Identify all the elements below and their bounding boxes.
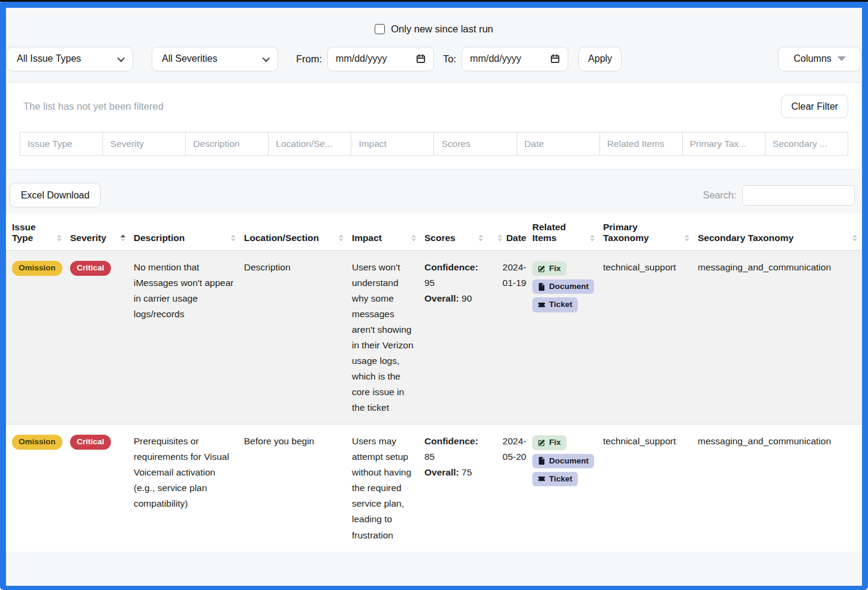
columns-button-label: Columns	[794, 53, 831, 64]
secondary-taxonomy-cell: messaging_and_communication	[694, 425, 862, 552]
ticket-icon	[538, 475, 545, 483]
primary-taxonomy-cell: technical_support	[599, 425, 694, 552]
document-chip[interactable]: Document	[532, 454, 594, 468]
only-new-checkbox-label: Only new since last run	[391, 23, 493, 35]
impact-cell: Users won't understand why some messages…	[348, 251, 421, 425]
sort-ascending-icon	[120, 234, 125, 243]
overall-score: 90	[462, 293, 472, 303]
table-toolbar: Excel Download Search:	[6, 183, 862, 207]
pencil-square-icon	[538, 439, 545, 447]
column-header-impact[interactable]: Impact	[348, 213, 421, 251]
file-icon	[538, 457, 545, 465]
secondary-taxonomy-cell: messaging_and_communication	[694, 251, 862, 425]
search-label: Search:	[703, 190, 736, 201]
to-date-input[interactable]: mm/dd/yyyy	[462, 47, 568, 71]
severity-select-value: All Severities	[162, 53, 217, 64]
to-date-label: To:	[443, 53, 456, 65]
filter-panel-header: The list has not yet been filtered Clear…	[20, 95, 848, 118]
apply-button[interactable]: Apply	[578, 47, 622, 71]
filter-field-issue-type[interactable]: Issue Type	[20, 132, 103, 156]
sort-icon	[590, 234, 595, 243]
chevron-down-icon	[263, 54, 270, 62]
clear-filter-button[interactable]: Clear Filter	[781, 95, 848, 118]
to-date-placeholder: mm/dd/yyyy	[470, 53, 521, 64]
file-icon	[538, 283, 545, 291]
issue-type-badge: Omission	[12, 261, 62, 276]
severity-badge: Critical	[70, 261, 111, 276]
only-new-checkbox[interactable]	[375, 24, 385, 34]
primary-taxonomy-cell: technical_support	[599, 251, 694, 425]
filter-controls-row: All Issue Types All Severities From: mm/…	[6, 46, 862, 71]
ticket-chip[interactable]: Ticket	[532, 472, 578, 486]
search-area: Search:	[703, 185, 855, 206]
filter-field-impact[interactable]: Impact	[351, 132, 434, 156]
issue-type-select[interactable]: All Issue Types	[7, 47, 133, 71]
sort-icon	[852, 234, 857, 243]
filter-field-date[interactable]: Date	[517, 132, 600, 156]
filter-field-related-items[interactable]: Related Items	[599, 132, 683, 156]
column-header-related-items[interactable]: Related Items	[529, 213, 599, 251]
excel-download-button[interactable]: Excel Download	[10, 183, 101, 207]
search-input[interactable]	[742, 185, 855, 206]
severity-badge: Critical	[70, 435, 111, 450]
filter-field-location[interactable]: Location/Se...	[268, 132, 351, 156]
column-header-description[interactable]: Description	[130, 213, 240, 251]
filter-field-description[interactable]: Description	[185, 132, 269, 156]
issue-type-badge: Omission	[12, 435, 62, 450]
page-content: Only new since last run All Issue Types …	[6, 8, 862, 586]
fix-chip[interactable]: Fix	[532, 261, 566, 276]
sort-icon	[411, 234, 416, 243]
column-header-date[interactable]: Date	[488, 213, 529, 251]
sort-icon	[231, 234, 236, 243]
new-since-last-run-row: Only new since last run	[6, 8, 862, 37]
column-header-issue-type[interactable]: Issue Type	[6, 213, 67, 251]
filter-field-secondary-taxonomy[interactable]: Secondary ...	[765, 132, 848, 156]
from-date-input[interactable]: mm/dd/yyyy	[327, 47, 434, 71]
window-top-edge	[0, 0, 868, 2]
column-header-location-section[interactable]: Location/Section	[240, 213, 348, 251]
sort-icon	[498, 234, 502, 243]
from-date-placeholder: mm/dd/yyyy	[336, 53, 387, 64]
column-header-secondary-taxonomy[interactable]: Secondary Taxonomy	[694, 213, 862, 251]
calendar-icon[interactable]	[416, 54, 426, 64]
sort-icon	[685, 234, 689, 243]
filter-panel: The list has not yet been filtered Clear…	[6, 82, 862, 170]
location-section-cell: Before you begin	[240, 425, 348, 552]
severity-select[interactable]: All Severities	[152, 47, 278, 71]
filter-field-primary-taxonomy[interactable]: Primary Tax...	[682, 132, 765, 156]
sort-icon	[57, 234, 62, 243]
pencil-square-icon	[538, 265, 545, 273]
fix-chip[interactable]: Fix	[532, 435, 566, 450]
column-header-scores[interactable]: Scores	[421, 213, 488, 251]
caret-down-icon	[837, 56, 846, 61]
chevron-down-icon	[117, 54, 125, 62]
app-window: Only new since last run All Issue Types …	[0, 0, 868, 590]
ticket-icon	[538, 301, 545, 309]
columns-button[interactable]: Columns	[778, 47, 861, 71]
description-cell: No mention that iMessages won't appear i…	[130, 251, 240, 425]
document-chip[interactable]: Document	[532, 279, 594, 294]
filter-field-scores[interactable]: Scores	[433, 132, 517, 156]
scores-cell: Confidence: 85 Overall: 75	[421, 425, 488, 552]
filter-field-severity[interactable]: Severity	[103, 132, 186, 156]
related-items-cell: Fix Document Ticket	[529, 251, 599, 425]
overall-score: 75	[462, 467, 472, 477]
sort-icon	[478, 234, 483, 243]
column-header-primary-taxonomy[interactable]: Primary Taxonomy	[599, 213, 694, 251]
description-cell: Prerequisites or requirements for Visual…	[130, 425, 240, 552]
table-row: Omission Critical No mention that iMessa…	[6, 251, 862, 425]
scores-cell: Confidence: 95 Overall: 90	[421, 251, 488, 425]
calendar-icon[interactable]	[550, 54, 560, 64]
filter-field-row: Issue Type Severity Description Location…	[20, 132, 848, 156]
confidence-score: 95	[424, 278, 435, 288]
impact-cell: Users may attempt setup without having t…	[348, 425, 421, 552]
column-header-severity[interactable]: Severity	[67, 213, 130, 251]
issue-type-select-value: All Issue Types	[17, 53, 81, 64]
location-section-cell: Description	[240, 251, 348, 425]
table-row: Omission Critical Prerequisites or requi…	[6, 425, 862, 552]
related-items-cell: Fix Document Ticket	[529, 425, 599, 552]
confidence-score: 85	[424, 451, 435, 462]
date-cell: 2024-05-20	[488, 425, 529, 552]
sort-icon	[339, 234, 343, 243]
ticket-chip[interactable]: Ticket	[532, 297, 578, 312]
